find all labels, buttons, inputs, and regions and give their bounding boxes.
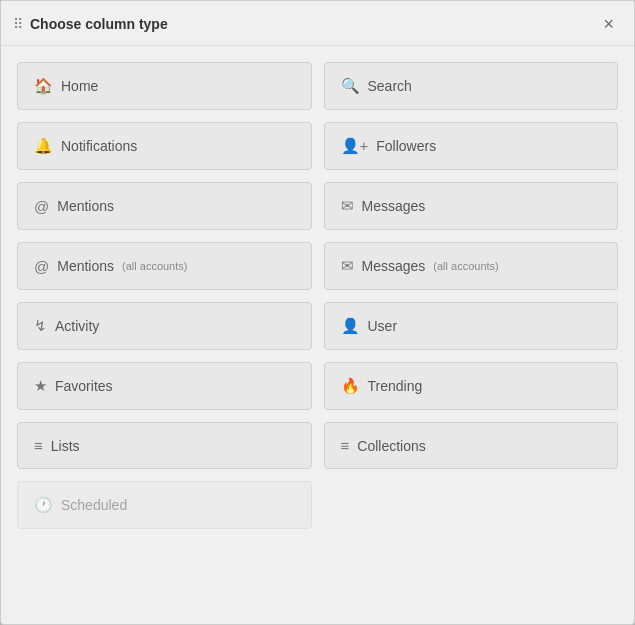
collections-icon: ≡ <box>341 437 350 454</box>
dialog-body: 🏠Home🔍Search🔔Notifications👤+Followers@Me… <box>1 46 634 545</box>
messages-all-label: Messages <box>362 258 426 274</box>
lists-label: Lists <box>51 438 80 454</box>
notifications-icon: 🔔 <box>34 137 53 155</box>
choose-column-dialog: ⠿ Choose column type × 🏠Home🔍Search🔔Noti… <box>0 0 635 625</box>
column-type-favorites-button[interactable]: ★Favorites <box>17 362 312 410</box>
column-type-followers-button[interactable]: 👤+Followers <box>324 122 619 170</box>
title-area: ⠿ Choose column type <box>13 16 168 32</box>
home-label: Home <box>61 78 98 94</box>
dialog-header: ⠿ Choose column type × <box>1 1 634 46</box>
notifications-label: Notifications <box>61 138 137 154</box>
mentions-all-icon: @ <box>34 258 49 275</box>
collections-label: Collections <box>357 438 425 454</box>
column-type-activity-button[interactable]: ↯Activity <box>17 302 312 350</box>
column-type-messages-button[interactable]: ✉Messages <box>324 182 619 230</box>
messages-all-sublabel: (all accounts) <box>433 260 498 272</box>
column-type-scheduled-button: 🕐Scheduled <box>17 481 312 529</box>
mentions-icon: @ <box>34 198 49 215</box>
column-type-notifications-button[interactable]: 🔔Notifications <box>17 122 312 170</box>
mentions-all-sublabel: (all accounts) <box>122 260 187 272</box>
column-type-messages-all-button[interactable]: ✉Messages (all accounts) <box>324 242 619 290</box>
drag-icon: ⠿ <box>13 16 22 32</box>
followers-icon: 👤+ <box>341 137 369 155</box>
messages-icon: ✉ <box>341 197 354 215</box>
home-icon: 🏠 <box>34 77 53 95</box>
columns-grid: 🏠Home🔍Search🔔Notifications👤+Followers@Me… <box>17 62 618 529</box>
empty-cell <box>324 481 619 529</box>
favorites-icon: ★ <box>34 377 47 395</box>
column-type-trending-button[interactable]: 🔥Trending <box>324 362 619 410</box>
column-type-lists-button[interactable]: ≡Lists <box>17 422 312 469</box>
close-button[interactable]: × <box>599 13 618 35</box>
user-icon: 👤 <box>341 317 360 335</box>
user-label: User <box>368 318 398 334</box>
search-icon: 🔍 <box>341 77 360 95</box>
column-type-home-button[interactable]: 🏠Home <box>17 62 312 110</box>
mentions-all-label: Mentions <box>57 258 114 274</box>
trending-icon: 🔥 <box>341 377 360 395</box>
mentions-label: Mentions <box>57 198 114 214</box>
messages-label: Messages <box>362 198 426 214</box>
scheduled-icon: 🕐 <box>34 496 53 514</box>
lists-icon: ≡ <box>34 437 43 454</box>
scheduled-label: Scheduled <box>61 497 127 513</box>
dialog-title: Choose column type <box>30 16 168 32</box>
messages-all-icon: ✉ <box>341 257 354 275</box>
search-label: Search <box>368 78 412 94</box>
column-type-user-button[interactable]: 👤User <box>324 302 619 350</box>
favorites-label: Favorites <box>55 378 113 394</box>
activity-label: Activity <box>55 318 99 334</box>
trending-label: Trending <box>368 378 423 394</box>
activity-icon: ↯ <box>34 317 47 335</box>
column-type-mentions-button[interactable]: @Mentions <box>17 182 312 230</box>
column-type-collections-button[interactable]: ≡Collections <box>324 422 619 469</box>
followers-label: Followers <box>376 138 436 154</box>
column-type-mentions-all-button[interactable]: @Mentions (all accounts) <box>17 242 312 290</box>
column-type-search-button[interactable]: 🔍Search <box>324 62 619 110</box>
